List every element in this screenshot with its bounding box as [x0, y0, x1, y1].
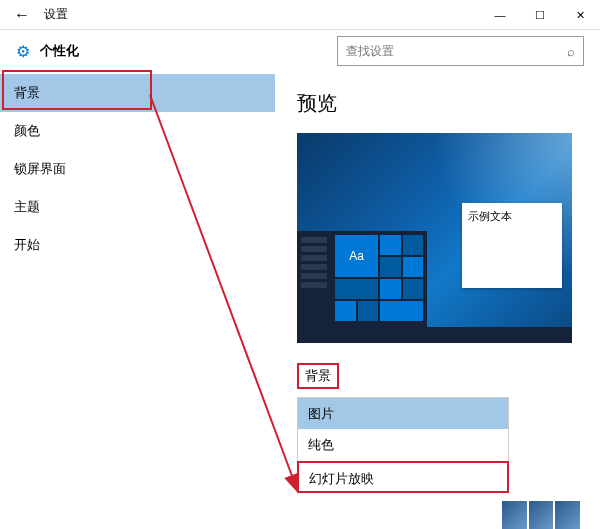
gear-icon: ⚙ [16, 42, 30, 61]
close-button[interactable]: ✕ [560, 0, 600, 30]
sidebar: 背景 颜色 锁屏界面 主题 开始 [0, 72, 275, 529]
minimize-button[interactable]: — [480, 0, 520, 30]
sidebar-item-themes[interactable]: 主题 [0, 188, 275, 226]
background-label: 背景 [297, 363, 339, 389]
sidebar-item-start[interactable]: 开始 [0, 226, 275, 264]
background-dropdown[interactable]: 图片 纯色 幻灯片放映 [297, 397, 509, 493]
option-picture[interactable]: 图片 [297, 397, 509, 429]
option-slideshow[interactable]: 幻灯片放映 [297, 461, 509, 493]
page-title: 个性化 [40, 42, 79, 60]
sample-window: 示例文本 [462, 203, 562, 288]
thumbnail-strip [502, 501, 580, 529]
main-panel: 预览 示例文本 Aa 背景 图片 纯色 幻灯片放映 [275, 72, 600, 529]
preview-title: 预览 [297, 90, 578, 117]
back-button[interactable]: ← [10, 6, 34, 24]
search-input[interactable] [346, 44, 567, 58]
titlebar: ← 设置 — ☐ ✕ [0, 0, 600, 30]
window-title: 设置 [44, 6, 68, 23]
option-solid[interactable]: 纯色 [297, 429, 509, 461]
header: ⚙ 个性化 ⌕ [0, 30, 600, 72]
sidebar-item-background[interactable]: 背景 [0, 74, 275, 112]
search-box[interactable]: ⌕ [337, 36, 584, 66]
search-icon: ⌕ [567, 44, 575, 59]
sidebar-item-colors[interactable]: 颜色 [0, 112, 275, 150]
maximize-button[interactable]: ☐ [520, 0, 560, 30]
tile-aa: Aa [335, 235, 378, 277]
desktop-preview: 示例文本 Aa [297, 133, 572, 343]
sidebar-item-lockscreen[interactable]: 锁屏界面 [0, 150, 275, 188]
start-menu-preview: Aa [297, 231, 427, 327]
